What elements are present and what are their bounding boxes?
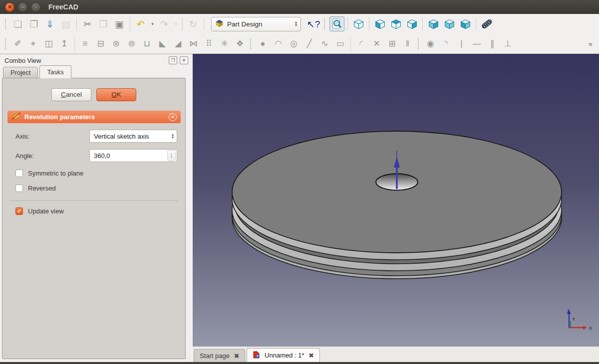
toolbar-partdesign-sketcher: ✐⌖◫↥≡⊟⊛⊚⊔◣◢⋈⠿✳❖●◠◎╱∿▭◜✕⊞‖◉◝|—∥⊥» [0, 34, 599, 54]
map-sketch-to-face-icon[interactable]: ◫ [41, 36, 56, 51]
fillet-icon[interactable]: ⊔ [140, 36, 154, 51]
sep-divider [369, 17, 369, 30]
view-axonometric-icon[interactable] [351, 16, 366, 31]
maximize-window-button[interactable]: ▫ [31, 2, 40, 12]
view-sketch-icon[interactable]: ⌖ [26, 36, 40, 51]
view-top-icon[interactable] [388, 16, 403, 31]
view-rear-icon[interactable] [426, 16, 441, 31]
close-tab-icon[interactable]: ✖ [309, 352, 314, 359]
close-window-button[interactable]: ✕ [5, 2, 14, 12]
constraint-parallel-icon[interactable]: ∥ [485, 36, 500, 51]
undo-icon[interactable]: ↶ [133, 16, 148, 31]
tab-unnamed-document[interactable]: Unnamed : 1* ✖ [247, 348, 320, 362]
reversed-checkbox-label: Reversed [28, 184, 56, 192]
sketch-rectangle-icon[interactable]: ▭ [333, 36, 347, 51]
angle-field-row: Angle: 360,0 ▴▾ [15, 149, 177, 162]
revolution-parameters-header[interactable]: Revolution parameters « [7, 111, 181, 123]
linear-pattern-icon[interactable]: ⠿ [202, 36, 216, 51]
cancel-button[interactable]: Cancel [51, 88, 91, 101]
toggle-construction-icon[interactable]: ‖ [400, 36, 415, 51]
view-right-icon[interactable] [404, 16, 419, 31]
ok-button[interactable]: OK [96, 88, 136, 101]
draft-icon[interactable]: ◢ [171, 36, 185, 51]
sketch-fillet-icon[interactable]: ◜ [354, 36, 368, 51]
pocket-icon[interactable]: ⊟ [93, 36, 108, 51]
sep-divider [476, 17, 476, 30]
tab-unnamed-label: Unnamed : 1* [265, 352, 304, 359]
collapse-section-icon[interactable]: « [169, 113, 177, 121]
close-tab-icon[interactable]: ✖ [234, 353, 239, 360]
sketch-circle-icon[interactable]: ◎ [287, 36, 301, 51]
create-sketch-icon[interactable]: ✐ [10, 36, 25, 51]
groove-icon[interactable]: ⊚ [124, 36, 139, 51]
update-view-checkbox[interactable]: ✓ [15, 207, 23, 215]
sketch-line-icon[interactable]: ╱ [302, 36, 316, 51]
chamfer-icon[interactable]: ◣ [155, 36, 170, 51]
3d-viewport[interactable]: Z Y X [193, 54, 599, 347]
sketch-arc-icon[interactable]: ◠ [271, 36, 286, 51]
whats-this-icon[interactable]: ↖? [306, 16, 321, 31]
new-document-icon[interactable]: ❏ [10, 16, 25, 31]
symmetric-checkbox[interactable] [15, 170, 23, 177]
external-geometry-icon[interactable]: ⊞ [385, 36, 399, 51]
redo-dropdown-icon[interactable]: ▾ [173, 16, 179, 31]
titlebar: ✕ – ▫ FreeCAD [0, 0, 599, 14]
combo-view-tabs: Project Tasks [0, 65, 193, 78]
cut-icon[interactable]: ✂ [80, 16, 95, 31]
pad-icon[interactable]: ≡ [78, 36, 92, 51]
constraint-horizontal-icon[interactable]: — [470, 36, 484, 51]
view-fit-all-icon[interactable] [329, 16, 344, 31]
polar-pattern-icon[interactable]: ✳ [217, 36, 232, 51]
view-bottom-icon[interactable] [442, 16, 457, 31]
toolbar-drag-handle-grip [5, 18, 7, 29]
mirrored-icon[interactable]: ⋈ [186, 36, 201, 51]
sketch-point-icon[interactable]: ● [256, 36, 270, 51]
axis-dropdown[interactable]: Vertical sketch axis ▴▾ [89, 130, 177, 143]
toolbar-standard: ❏❐⇓▤✂❐▣↶▾↷▾↻ Part Design ▴▾ ↖? [0, 14, 599, 34]
sketch-trim-icon[interactable]: ✕ [369, 36, 384, 51]
tab-start-page-label: Start page [200, 352, 230, 360]
view-left-icon[interactable] [458, 16, 473, 31]
constraint-coincident-icon[interactable]: ◉ [423, 36, 438, 51]
constraint-perpendicular-icon[interactable]: ⊥ [501, 36, 515, 51]
print-icon[interactable]: ▤ [58, 16, 73, 31]
constraint-vertical-icon[interactable]: | [454, 36, 469, 51]
sep-divider [204, 17, 204, 30]
toolbar-overflow-icon[interactable]: » [585, 36, 596, 51]
sep-divider [74, 37, 75, 50]
leave-sketch-icon[interactable]: ↥ [57, 36, 71, 51]
symmetric-checkbox-label: Symmetric to plane [28, 170, 83, 177]
copy-icon[interactable]: ❐ [96, 16, 111, 31]
save-document-icon[interactable]: ⇓ [42, 16, 57, 31]
close-panel-button[interactable]: ✕ [180, 56, 188, 64]
undo-dropdown-icon[interactable]: ▾ [149, 16, 156, 31]
workbench-selector-spinner[interactable]: ▴▾ [295, 21, 297, 27]
open-document-icon[interactable]: ❐ [26, 16, 41, 31]
angle-spinner[interactable]: ▴▾ [167, 150, 176, 161]
workbench-selector[interactable]: Part Design ▴▾ [211, 17, 301, 31]
handle-grip [418, 38, 420, 49]
constraint-tangent-icon[interactable]: ◝ [439, 36, 453, 51]
sketch-polyline-icon[interactable]: ∿ [317, 36, 332, 51]
angle-label: Angle: [15, 152, 89, 160]
angle-input[interactable]: 360,0 ▴▾ [89, 149, 177, 162]
tab-project[interactable]: Project [3, 67, 38, 78]
refresh-icon[interactable]: ↻ [186, 16, 201, 31]
axis-dropdown-spinner[interactable]: ▴▾ [172, 133, 176, 139]
axis-y-label: Y [572, 317, 575, 322]
paste-icon[interactable]: ▣ [112, 16, 127, 31]
redo-icon[interactable]: ↷ [157, 16, 172, 31]
view-front-icon[interactable] [372, 16, 387, 31]
revolution-icon[interactable]: ⊛ [109, 36, 123, 51]
tab-start-page[interactable]: Start page ✖ [194, 349, 245, 362]
measure-distance-icon[interactable] [479, 16, 494, 31]
task-panel: Cancel OK Revolution parameters « Axis: … [2, 78, 186, 359]
reversed-checkbox[interactable] [15, 184, 23, 192]
multi-transform-icon[interactable]: ❖ [233, 36, 247, 51]
tab-tasks[interactable]: Tasks [39, 65, 71, 78]
document-tabbar: Start page ✖ Unnamed : 1* ✖ [193, 347, 599, 362]
handle-grip [250, 38, 253, 49]
float-panel-button[interactable]: ❐ [169, 56, 177, 64]
minimize-window-button[interactable]: – [18, 2, 27, 12]
window-bottom-edge [0, 362, 599, 364]
